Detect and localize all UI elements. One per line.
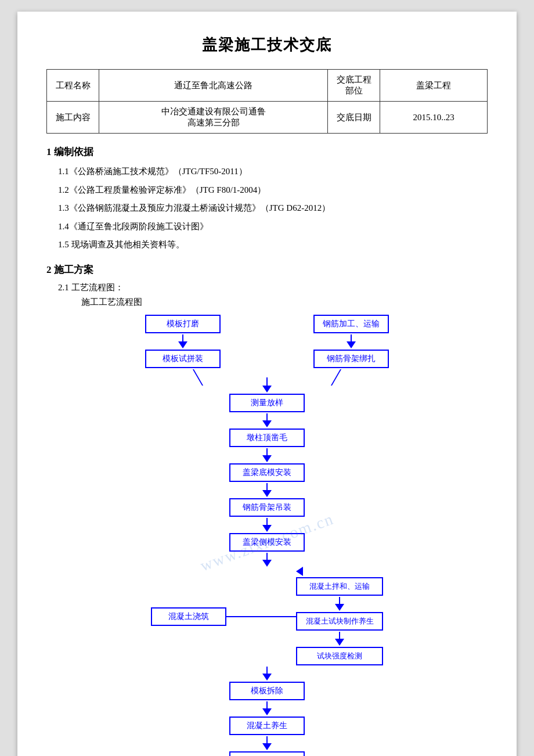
label-project-name: 工程名称	[47, 70, 99, 102]
section1-item-2: 1.2《公路工程质量检验评定标准》（JTG F80/1-2004）	[58, 183, 488, 198]
flow-main-start: 测量放样 墩柱顶凿毛 盖梁底模安装 钢筋骨架吊装 盖梁侧模安装	[151, 369, 383, 757]
flow-box-steel-processing: 钢筋加工、运输	[313, 315, 389, 333]
main-line-0	[266, 413, 268, 420]
info-row-2: 施工内容 中冶交通建设有限公司通鲁 高速第三分部 交底日期 2015.10..2…	[47, 102, 488, 134]
flow-step-5: 混凝土浇筑	[151, 607, 226, 626]
page-title: 盖梁施工技术交底	[46, 35, 488, 55]
flow-step-3: 钢筋骨架吊装	[229, 498, 305, 517]
main-arrow-1	[262, 420, 272, 427]
side-step-1: 混凝土试块制作养生	[296, 612, 383, 631]
main-line-6	[266, 701, 268, 708]
flow-box-mopan: 模板打磨	[145, 315, 221, 333]
main-arrow-8	[262, 743, 272, 750]
converge-lines	[174, 369, 360, 386]
side-col-inner: 混凝土试块制作养生 试块强度检测	[296, 597, 383, 667]
flow-box-steel-binding: 钢筋骨架绑扎	[313, 350, 389, 368]
section2-title: 2 施工方案	[46, 263, 488, 276]
side-arrow-0	[335, 604, 344, 611]
value-handover-location: 盖梁工程	[380, 70, 488, 102]
info-table: 工程名称 通辽至鲁北高速公路 交底工程部位 盖梁工程 施工内容 中冶交通建设有限…	[46, 69, 488, 134]
main-line-2	[266, 483, 268, 490]
flow-step-8: 成品检测	[229, 751, 305, 757]
section2-subsection1: 2.1 工艺流程图：	[58, 282, 488, 293]
side-flow: 混凝土拌和、运输 混凝土试块制作养生 试块强度检测	[296, 567, 383, 667]
flow-step-1: 墩柱顶凿毛	[229, 429, 305, 447]
main-line-1	[266, 448, 268, 455]
main-arrow-5	[262, 560, 272, 567]
main-arrow-0	[262, 386, 272, 393]
flow-step-2: 盖梁底模安装	[229, 463, 305, 482]
section1-item-3: 1.3《公路钢筋混凝土及预应力混凝土桥涵设计规范》（JTG D62-2012）	[58, 201, 488, 216]
main-line-5	[266, 667, 268, 674]
flow-step-6: 模板拆除	[229, 682, 305, 700]
concrete-pour-row: 混凝土浇筑 混凝土拌和、运输	[151, 567, 383, 667]
flow-diagram: www.zixin.com.cn 模板打磨 模板试拼装 钢筋加工、运输 钢筋骨架…	[52, 314, 482, 757]
label-handover-date: 交底日期	[328, 102, 380, 134]
flow-branch-left: 模板打磨 模板试拼装	[145, 314, 221, 369]
converge-center	[266, 377, 268, 386]
label-handover-location: 交底工程部位	[328, 70, 380, 102]
main-arrow-4	[262, 525, 272, 532]
section1-item-4: 1.4《通辽至鲁北段两阶段施工设计图》	[58, 219, 488, 235]
main-line-4	[266, 553, 268, 560]
side-line-0	[339, 597, 340, 604]
converge-right	[331, 369, 341, 386]
flow-converge: 测量放样 墩柱顶凿毛 盖梁底模安装 钢筋骨架吊装 盖梁侧模安装	[52, 369, 482, 757]
flow-step-7: 混凝土养生	[229, 717, 305, 735]
section1-title: 1 编制依据	[46, 145, 488, 159]
converge-left	[193, 369, 203, 386]
flow-arrow-1	[178, 341, 187, 348]
flow-top-row: 模板打磨 模板试拼装 钢筋加工、运输 钢筋骨架绑扎	[52, 314, 482, 369]
side-arrow-row	[296, 567, 303, 576]
flow-step-0: 测量放样	[229, 394, 305, 412]
main-flow-steps: 测量放样 墩柱顶凿毛 盖梁底模安装 钢筋骨架吊装 盖梁侧模安装	[151, 386, 383, 757]
side-step-0: 混凝土拌和、运输	[296, 577, 383, 596]
main-arrow-3	[262, 490, 272, 497]
side-h-line	[226, 616, 296, 617]
flow-step-4: 盖梁侧模安装	[229, 533, 305, 552]
main-arrow-6	[262, 674, 272, 681]
main-line-7	[266, 736, 268, 743]
section1-item-5: 1.5 现场调查及其他相关资料等。	[58, 237, 488, 253]
side-arrow-left	[296, 567, 303, 576]
flow-arrow-2	[347, 341, 356, 348]
main-line-3	[266, 518, 268, 525]
page-container: 盖梁施工技术交底 工程名称 通辽至鲁北高速公路 交底工程部位 盖梁工程 施工内容…	[17, 12, 517, 756]
flow-line-2	[351, 334, 352, 341]
value-handover-date: 2015.10..23	[380, 102, 488, 134]
side-step-2: 试块强度检测	[296, 647, 383, 665]
flow-box-mopan-splicing: 模板试拼装	[145, 350, 221, 368]
label-construction-content: 施工内容	[47, 102, 99, 134]
value-project-name: 通辽至鲁北高速公路	[99, 70, 328, 102]
flow-line-1	[182, 334, 183, 341]
flow-branch-right: 钢筋加工、运输 钢筋骨架绑扎	[313, 314, 389, 369]
info-row-1: 工程名称 通辽至鲁北高速公路 交底工程部位 盖梁工程	[47, 70, 488, 102]
main-arrow-2	[262, 455, 272, 462]
side-line-1	[339, 632, 340, 639]
section1-item-1: 1.1《公路桥涵施工技术规范》（JTG/TF50-2011）	[58, 164, 488, 179]
flow-diagram-label: 施工工艺流程图	[81, 297, 488, 308]
side-arrow-1	[335, 639, 344, 646]
main-arrow-7	[262, 708, 272, 715]
value-construction-content: 中冶交通建设有限公司通鲁 高速第三分部	[99, 102, 328, 134]
